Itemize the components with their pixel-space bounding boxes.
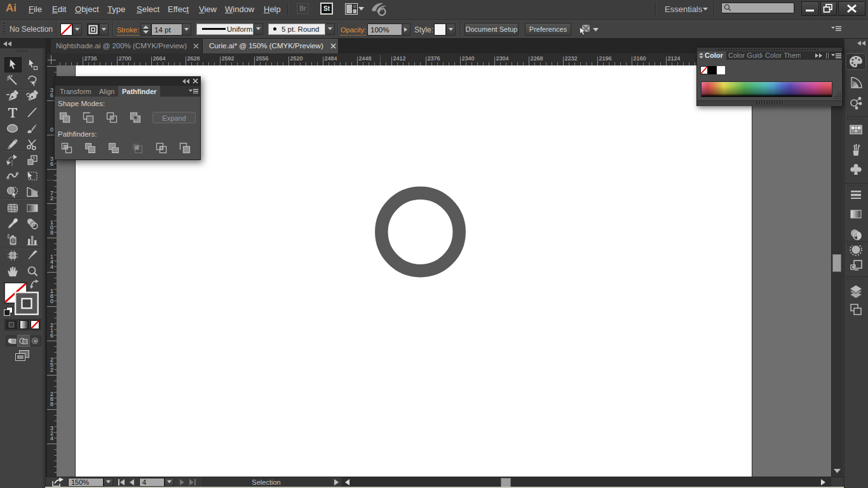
svg-text:2: 2: [50, 195, 53, 201]
svg-text:8: 8: [50, 229, 53, 236]
svg-text:2484: 2484: [325, 55, 337, 62]
svg-text:2448: 2448: [359, 55, 372, 62]
svg-text:6: 6: [50, 161, 53, 167]
svg-text:4: 4: [50, 435, 53, 442]
svg-text:2376: 2376: [428, 55, 440, 62]
svg-text:2412: 2412: [393, 55, 406, 62]
svg-text:2664: 2664: [153, 55, 166, 62]
svg-text:6: 6: [50, 332, 53, 339]
svg-text:2124: 2124: [668, 55, 681, 62]
svg-text:2556: 2556: [256, 55, 269, 62]
svg-text:2160: 2160: [634, 55, 646, 62]
svg-text:6: 6: [50, 92, 53, 98]
svg-text:2340: 2340: [462, 55, 475, 62]
svg-text:2304: 2304: [496, 55, 509, 62]
svg-text:4: 4: [50, 264, 53, 270]
svg-text:2592: 2592: [222, 55, 234, 62]
svg-text:2628: 2628: [187, 55, 200, 62]
svg-text:2196: 2196: [599, 55, 612, 62]
svg-text:0: 0: [50, 126, 53, 133]
svg-text:8: 8: [50, 401, 53, 407]
svg-text:2736: 2736: [85, 55, 97, 62]
svg-text:2520: 2520: [290, 55, 303, 62]
svg-text:2232: 2232: [565, 55, 578, 62]
svg-text:2: 2: [50, 367, 53, 373]
svg-text:0: 0: [50, 298, 53, 304]
svg-text:2268: 2268: [531, 55, 543, 62]
svg-text:2700: 2700: [119, 55, 132, 62]
